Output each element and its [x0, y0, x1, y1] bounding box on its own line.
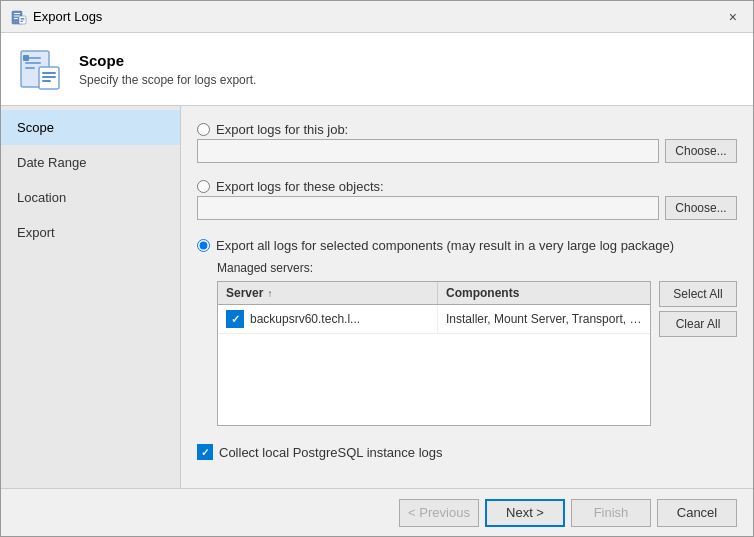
- header-section: Scope Specify the scope for logs export.: [1, 33, 753, 106]
- header-subtitle: Specify the scope for logs export.: [79, 73, 256, 87]
- title-bar-left: Export Logs: [11, 9, 102, 25]
- header-title: Scope: [79, 52, 256, 69]
- objects-input[interactable]: [197, 196, 659, 220]
- radio-job[interactable]: [197, 123, 210, 136]
- job-input[interactable]: [197, 139, 659, 163]
- clear-all-button[interactable]: Clear All: [659, 311, 737, 337]
- svg-rect-1: [14, 13, 20, 14]
- finish-button[interactable]: Finish: [571, 499, 651, 527]
- input-row-job: Choose...: [197, 139, 737, 163]
- table-body: backupsrv60.tech.l... Installer, Mount S…: [218, 305, 650, 425]
- row-checkbox[interactable]: [226, 310, 244, 328]
- svg-rect-14: [42, 76, 56, 78]
- table-header: Server ↑ Components: [218, 282, 650, 305]
- sidebar-item-export[interactable]: Export: [1, 215, 180, 250]
- sort-arrow-icon: ↑: [267, 288, 272, 299]
- scope-icon: [17, 45, 65, 93]
- export-logs-dialog: Export Logs × Scope Specify the scope fo…: [0, 0, 754, 537]
- th-server: Server ↑: [218, 282, 438, 304]
- body: Scope Date Range Location Export Export …: [1, 106, 753, 488]
- svg-rect-5: [21, 18, 25, 19]
- close-button[interactable]: ×: [723, 7, 743, 27]
- collect-postgres-label: Collect local PostgreSQL instance logs: [219, 445, 443, 460]
- choose-objects-button[interactable]: Choose...: [665, 196, 737, 220]
- svg-rect-7: [21, 21, 24, 22]
- main-content: Export logs for this job: Choose... Expo…: [181, 106, 753, 488]
- choose-job-button[interactable]: Choose...: [665, 139, 737, 163]
- radio-all[interactable]: [197, 239, 210, 252]
- radio-option-objects: Export logs for these objects: Choose...: [197, 179, 737, 226]
- radio-row-all: Export all logs for selected components …: [197, 238, 737, 253]
- radio-job-label: Export logs for this job:: [216, 122, 348, 137]
- title-bar: Export Logs ×: [1, 1, 753, 33]
- th-components: Components: [438, 282, 650, 304]
- radio-option-job: Export logs for this job: Choose...: [197, 122, 737, 169]
- dialog-icon: [11, 9, 27, 25]
- table-buttons: Select All Clear All: [659, 281, 737, 426]
- svg-rect-10: [25, 62, 41, 64]
- svg-rect-16: [23, 55, 29, 61]
- collect-row: Collect local PostgreSQL instance logs: [197, 444, 737, 460]
- svg-rect-15: [42, 80, 51, 82]
- sidebar-item-location[interactable]: Location: [1, 180, 180, 215]
- radio-row-objects: Export logs for these objects:: [197, 179, 737, 194]
- radio-objects[interactable]: [197, 180, 210, 193]
- td-components: Installer, Mount Server, Transport, Veea…: [438, 307, 650, 331]
- radio-objects-label: Export logs for these objects:: [216, 179, 384, 194]
- svg-rect-13: [42, 72, 56, 74]
- sidebar: Scope Date Range Location Export: [1, 106, 181, 488]
- sidebar-item-date-range[interactable]: Date Range: [1, 145, 180, 180]
- radio-all-label: Export all logs for selected components …: [216, 238, 674, 253]
- managed-servers-label: Managed servers:: [217, 261, 737, 275]
- svg-rect-3: [14, 18, 18, 19]
- svg-rect-6: [21, 19, 25, 20]
- dialog-title: Export Logs: [33, 9, 102, 24]
- collect-postgres-checkbox[interactable]: [197, 444, 213, 460]
- td-server: backupsrv60.tech.l...: [218, 305, 438, 333]
- servers-table: Server ↑ Components backupsrv60.tech.l..…: [217, 281, 651, 426]
- sidebar-item-scope[interactable]: Scope: [1, 110, 180, 145]
- export-all-section: Export all logs for selected components …: [197, 238, 737, 426]
- svg-rect-11: [25, 67, 35, 69]
- table-row[interactable]: backupsrv60.tech.l... Installer, Mount S…: [218, 305, 650, 334]
- header-text: Scope Specify the scope for logs export.: [79, 52, 256, 87]
- cancel-button[interactable]: Cancel: [657, 499, 737, 527]
- next-button[interactable]: Next >: [485, 499, 565, 527]
- input-row-objects: Choose...: [197, 196, 737, 220]
- previous-button[interactable]: < Previous: [399, 499, 479, 527]
- footer: < Previous Next > Finish Cancel: [1, 488, 753, 536]
- radio-row-job: Export logs for this job:: [197, 122, 737, 137]
- select-all-button[interactable]: Select All: [659, 281, 737, 307]
- table-area: Server ↑ Components backupsrv60.tech.l..…: [217, 281, 737, 426]
